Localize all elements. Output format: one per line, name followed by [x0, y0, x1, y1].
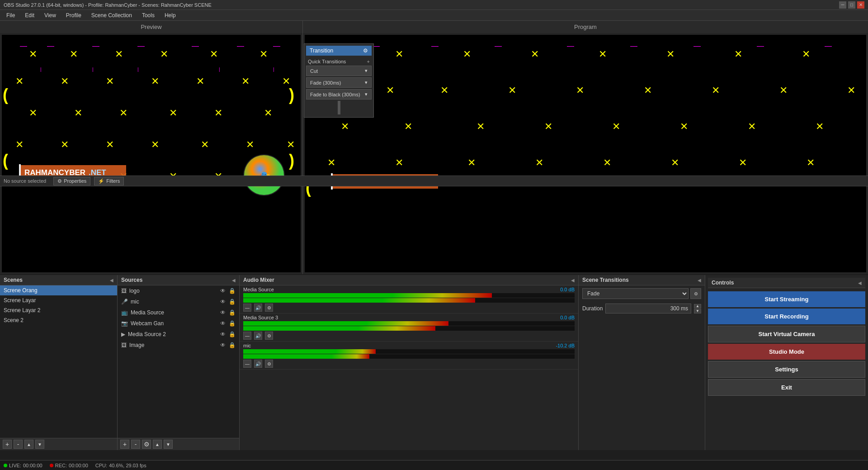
transition-gear-btn[interactable]: ⚙	[690, 288, 701, 299]
add-source-btn[interactable]: +	[120, 440, 129, 449]
transition-header: Transition	[306, 46, 372, 56]
menu-edit[interactable]: Edit	[20, 11, 39, 19]
menu-view[interactable]: View	[40, 11, 61, 19]
mute-btn-3[interactable]: —	[243, 360, 251, 368]
properties-btn[interactable]: ⚙ Properties	[53, 177, 90, 185]
duration-input[interactable]	[605, 304, 691, 313]
source-info-buttons: ⚙ Properties ⚡ Filters	[53, 177, 124, 185]
exit-btn[interactable]: Exit	[708, 379, 865, 396]
source-webcam-lock-btn[interactable]: 🔒	[228, 320, 236, 327]
scene-down-btn[interactable]: ▼	[35, 440, 44, 449]
source-mic-lock-btn[interactable]: 🔒	[228, 298, 236, 305]
audio-settings-btn-1[interactable]: ⚙	[265, 304, 273, 312]
source-logo-eye-btn[interactable]: 👁	[219, 287, 226, 294]
audio-settings-btn-3[interactable]: ⚙	[265, 360, 273, 368]
source-image-controls: 👁 🔒	[219, 342, 236, 349]
transition-fade-btn[interactable]: Fade (300ms)	[306, 77, 372, 88]
source-image-lock-btn[interactable]: 🔒	[228, 342, 236, 349]
menu-scene-collection[interactable]: Scene Collection	[87, 11, 137, 19]
source-webcam-controls: 👁 🔒	[219, 320, 236, 327]
audio-settings-btn-2[interactable]: ⚙	[265, 332, 273, 340]
duration-down-btn[interactable]: ▼	[694, 309, 701, 313]
source-item-mic[interactable]: 🎤 mic 👁 🔒	[118, 296, 239, 307]
menu-tools[interactable]: Tools	[137, 11, 159, 19]
mute-btn-2[interactable]: —	[243, 332, 251, 340]
remove-source-btn[interactable]: -	[131, 440, 140, 449]
svg-text:✕: ✕	[151, 139, 159, 150]
cpu-value: 40.6%, 29.03 fps	[109, 463, 146, 468]
source-logo-lock-btn[interactable]: 🔒	[228, 287, 236, 294]
source-item-media2[interactable]: ▶ Media Source 2 👁 🔒	[118, 329, 239, 340]
svg-text:✕: ✕	[440, 85, 448, 96]
source-media-lock-btn[interactable]: 🔒	[228, 309, 236, 316]
scene-item-0[interactable]: Screne Orang	[0, 285, 117, 295]
speaker-btn-1[interactable]: 🔊	[254, 304, 262, 312]
source-mic-eye-btn[interactable]: 👁	[219, 298, 226, 305]
source-item-logo[interactable]: 🖼 logo 👁 🔒	[118, 285, 239, 296]
speaker-btn-3[interactable]: 🔊	[254, 360, 262, 368]
settings-btn[interactable]: Settings	[708, 361, 865, 378]
menu-profile[interactable]: Profile	[61, 11, 86, 19]
svg-text:✕: ✕	[395, 48, 403, 60]
transition-cut-btn[interactable]: Cut	[306, 66, 372, 76]
start-virtual-camera-btn[interactable]: Start Virtual Camera	[708, 326, 865, 342]
speaker-btn-2[interactable]: 🔊	[254, 332, 262, 340]
source-settings-btn[interactable]: ⚙	[142, 440, 151, 449]
maximize-button[interactable]: □	[848, 1, 855, 9]
source-down-btn[interactable]: ▼	[164, 440, 173, 449]
scene-transitions-collapse-btn[interactable]: ◀	[698, 278, 701, 283]
transition-fade-black-btn[interactable]: Fade to Black (300ms)	[306, 89, 372, 100]
source-logo-name: logo	[129, 288, 217, 294]
mute-btn-1[interactable]: —	[243, 304, 251, 312]
filters-btn[interactable]: ⚡ Filters	[94, 177, 124, 185]
start-recording-btn[interactable]: Start Recording	[708, 309, 865, 324]
studio-mode-btn[interactable]: Studio Mode	[708, 344, 865, 360]
close-button[interactable]: ✕	[857, 1, 864, 9]
remove-scene-btn[interactable]: -	[14, 440, 23, 449]
transition-settings-icon[interactable]	[363, 47, 368, 54]
transition-fade-black-arrow	[365, 91, 368, 97]
scene-item-2[interactable]: Screne Layar 2	[0, 305, 117, 315]
svg-text:(: (	[3, 151, 8, 170]
minimize-button[interactable]: ─	[839, 1, 846, 9]
preview-canvas[interactable]: ✕ ✕ ✕ ✕ ✕ ✕ ✕ ✕ ✕ ✕ ✕ ✕ ✕ ✕ ✕ ✕	[2, 35, 301, 272]
svg-text:✕: ✕	[779, 85, 788, 96]
audio-channel-2-level: 0.0 dB	[560, 315, 575, 320]
sources-collapse-btn[interactable]: ◀	[232, 278, 236, 283]
svg-text:✕: ✕	[115, 48, 123, 60]
duration-up-btn[interactable]: ▲	[694, 304, 701, 309]
title-text: OBS Studio 27.0.1 (64-bit, windows) - Pr…	[4, 2, 864, 8]
audio-mixer-collapse-btn[interactable]: ◀	[571, 278, 575, 283]
svg-text:✕: ✕	[74, 107, 82, 119]
controls-collapse-btn[interactable]: ◀	[858, 280, 862, 285]
menu-help[interactable]: Help	[160, 11, 180, 19]
scenes-collapse-btn[interactable]: ◀	[110, 278, 113, 283]
source-media2-lock-btn[interactable]: 🔒	[228, 331, 236, 338]
source-up-btn[interactable]: ▲	[153, 440, 162, 449]
window-controls: ─ □ ✕	[839, 1, 864, 9]
scene-item-1[interactable]: Screne Layar	[0, 295, 117, 305]
program-canvas[interactable]: ✕ ✕ ✕ ✕ ✕ ✕ ✕ ✕ ✕ ✕ ✕ ✕ ✕ ✕ ✕ ✕ ✕	[305, 35, 866, 272]
source-image-eye-btn[interactable]: 👁	[219, 342, 226, 349]
scene-item-3[interactable]: Scene 2	[0, 315, 117, 325]
source-media2-eye-btn[interactable]: 👁	[219, 331, 226, 338]
source-item-media[interactable]: 📺 Media Source 👁 🔒	[118, 307, 239, 318]
add-quick-transition-icon[interactable]	[367, 59, 370, 64]
scene-up-btn[interactable]: ▲	[24, 440, 33, 449]
transition-select-dropdown[interactable]: Cut Fade Fade to Black Luma Wipe Stinger	[582, 288, 689, 299]
scenes-panel-label: Scenes	[4, 277, 23, 283]
quick-transitions-header: Quick Transitions	[306, 57, 372, 66]
svg-text:✕: ✕	[210, 48, 218, 60]
svg-text:✕: ✕	[666, 48, 675, 60]
menu-file[interactable]: File	[2, 11, 19, 19]
audio-level-bar-3b	[243, 354, 575, 359]
source-webcam-eye-btn[interactable]: 👁	[219, 320, 226, 327]
source-item-webcam[interactable]: 📷 Webcam Gan 👁 🔒	[118, 318, 239, 329]
transition-scrollbar[interactable]	[338, 101, 340, 114]
start-streaming-btn[interactable]: Start Streaming	[708, 291, 865, 307]
source-item-image[interactable]: 🖼 Image 👁 🔒	[118, 340, 239, 351]
source-image-name: Image	[129, 342, 217, 348]
audio-channel-3-level: -10.2 dB	[556, 343, 575, 348]
source-media-eye-btn[interactable]: 👁	[219, 309, 226, 316]
add-scene-btn[interactable]: +	[3, 440, 12, 449]
